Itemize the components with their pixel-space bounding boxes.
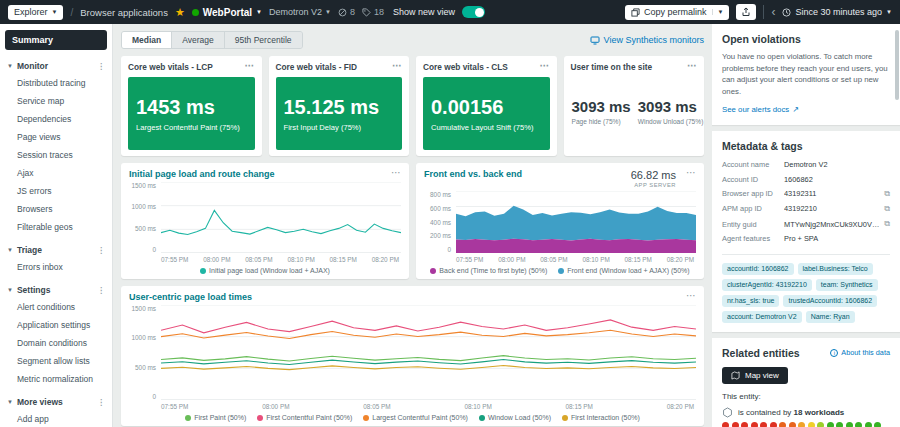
- workload-status-dot[interactable]: [865, 422, 872, 427]
- workload-status-dot[interactable]: [770, 422, 777, 427]
- sidebar-item-summary[interactable]: Summary: [5, 30, 107, 50]
- sidebar-item-distributed-tracing[interactable]: Distributed tracing: [0, 74, 112, 92]
- legend-item[interactable]: Initial page load (Window load + AJAX): [200, 267, 330, 274]
- explorer-menu-button[interactable]: Explorer ▼: [8, 5, 63, 20]
- card-menu-icon[interactable]: ⋯: [686, 169, 696, 177]
- copy-icon[interactable]: ⧉: [884, 189, 890, 199]
- tag-chip[interactable]: team: Synthetics: [816, 279, 878, 291]
- workload-status-dot[interactable]: [836, 422, 843, 427]
- alerts-docs-link[interactable]: See our alerts docs ↗: [722, 105, 799, 114]
- workloads-link[interactable]: 18 workloads: [794, 408, 845, 417]
- legend-item[interactable]: Window Load (50%): [479, 414, 551, 421]
- section-menu-icon[interactable]: ⋮: [97, 246, 105, 255]
- legend-item[interactable]: Largest Contentful Paint (50%): [363, 414, 468, 421]
- legend-item[interactable]: First Interaction (50%): [562, 414, 640, 421]
- alerts-count[interactable]: 8: [338, 7, 355, 17]
- workload-status-dot[interactable]: [760, 422, 767, 427]
- workload-status-dot[interactable]: [741, 422, 748, 427]
- tag-chip[interactable]: clusterAgentId: 43192210: [722, 279, 812, 291]
- workload-status-dot[interactable]: [874, 422, 881, 427]
- workload-status-dot[interactable]: [732, 422, 739, 427]
- workload-status-dot[interactable]: [798, 422, 805, 427]
- sidebar-item-filterable-geos[interactable]: Filterable geos: [0, 218, 112, 236]
- sidebar-item-ajax[interactable]: Ajax: [0, 164, 112, 182]
- metadata-label: Account ID: [722, 175, 784, 184]
- vital-label: Window Unload (75%): [638, 118, 696, 125]
- sidebar-item-application-settings[interactable]: Application settings: [0, 316, 112, 334]
- card-menu-icon[interactable]: ⋯: [687, 62, 697, 70]
- chart-title[interactable]: Front end vs. back end: [424, 169, 522, 179]
- tag-chip[interactable]: Name: Ryan: [806, 311, 855, 323]
- chart-header: Front end vs. back end66.82 msAPP SERVER…: [424, 169, 696, 188]
- legend-item[interactable]: Front end (Window load + AJAX) (50%): [558, 267, 689, 274]
- x-tick-label: 08:05 PM: [245, 256, 272, 263]
- tag-chip[interactable]: trustedAccountId: 1606862: [783, 295, 877, 307]
- sidebar-item-domain-conditions[interactable]: Domain conditions: [0, 334, 112, 352]
- share-button[interactable]: [736, 4, 756, 20]
- sidebar-item-session-traces[interactable]: Session traces: [0, 146, 112, 164]
- sidebar-section-settings[interactable]: ▼Settings⋮: [0, 281, 112, 298]
- workload-status-dot[interactable]: [722, 422, 729, 427]
- copy-icon[interactable]: ⧉: [884, 219, 890, 229]
- account-switcher[interactable]: Demotron V2 ▼: [269, 7, 331, 17]
- chart-title[interactable]: Initial page load and route change: [129, 169, 275, 179]
- sidebar-item-js-errors[interactable]: JS errors: [0, 182, 112, 200]
- copy-icon[interactable]: ⧉: [884, 204, 890, 214]
- sidebar-item-add-app[interactable]: Add app: [0, 410, 112, 427]
- tag-chip[interactable]: label.Business: Telco: [798, 263, 873, 275]
- card-menu-icon[interactable]: ⋯: [391, 169, 401, 177]
- workload-status-dot[interactable]: [789, 422, 796, 427]
- workload-status-dot[interactable]: [779, 422, 786, 427]
- tag-chip[interactable]: accountId: 1606862: [722, 263, 794, 275]
- map-view-button[interactable]: Map view: [722, 367, 788, 384]
- tag-chip[interactable]: account: Demotron V2: [722, 311, 802, 323]
- legend-item[interactable]: Back end (Time to first byte) (50%): [430, 267, 547, 274]
- entity-switcher[interactable]: WebPortal ▼: [192, 7, 262, 18]
- tag-chip[interactable]: nr.has_sls: true: [722, 295, 779, 307]
- vital-card-title: Core web vitals - LCP: [128, 62, 213, 72]
- sidebar-section-monitor[interactable]: ▼Monitor⋮: [0, 57, 112, 74]
- workload-status-dot[interactable]: [817, 422, 824, 427]
- workload-status-dot[interactable]: [855, 422, 862, 427]
- legend-item[interactable]: First Paint (50%): [185, 414, 246, 421]
- sidebar-item-dependencies[interactable]: Dependencies: [0, 110, 112, 128]
- legend-item[interactable]: First Contentful Paint (50%): [257, 414, 352, 421]
- view-synthetics-link[interactable]: View Synthetics monitors: [590, 35, 704, 45]
- card-menu-icon[interactable]: ⋯: [392, 62, 402, 70]
- sidebar-item-service-map[interactable]: Service map: [0, 92, 112, 110]
- workload-status-dot[interactable]: [846, 422, 853, 427]
- tab-median[interactable]: Median: [122, 32, 172, 48]
- alerts-docs-label: See our alerts docs: [722, 105, 789, 114]
- tab-average[interactable]: Average: [172, 32, 225, 48]
- section-menu-icon[interactable]: ⋮: [97, 286, 105, 295]
- section-menu-icon[interactable]: ⋮: [97, 62, 105, 71]
- chevron-left-icon[interactable]: ‹: [771, 6, 775, 18]
- chart-title[interactable]: User-centric page load times: [129, 292, 252, 302]
- sidebar-item-alert-conditions[interactable]: Alert conditions: [0, 298, 112, 316]
- favorite-star-icon[interactable]: ★: [175, 6, 185, 19]
- scrollbar[interactable]: [895, 30, 899, 100]
- section-menu-icon[interactable]: ⋮: [97, 398, 105, 407]
- x-tick-label: 07:55 PM: [161, 256, 188, 263]
- sidebar-section-more-views[interactable]: ▼More views⋮: [0, 393, 112, 410]
- sidebar-item-errors-inbox[interactable]: Errors inbox: [0, 258, 112, 276]
- copy-permalink-button[interactable]: Copy permalink ▼: [625, 5, 729, 20]
- time-picker[interactable]: Since 30 minutes ago ▼: [782, 7, 892, 17]
- tab-95th-percentile[interactable]: 95th Percentile: [225, 32, 302, 48]
- card-menu-icon[interactable]: ⋯: [686, 292, 696, 300]
- card-menu-icon[interactable]: ⋯: [540, 62, 550, 70]
- sidebar-item-browsers[interactable]: Browsers: [0, 200, 112, 218]
- sidebar-item-page-views[interactable]: Page views: [0, 128, 112, 146]
- sidebar-item-metric-normalization[interactable]: Metric normalization: [0, 370, 112, 388]
- breadcrumb[interactable]: Browser applications: [80, 7, 168, 18]
- card-menu-icon[interactable]: ⋯: [245, 62, 255, 70]
- workload-status-dot[interactable]: [751, 422, 758, 427]
- share-icon: [741, 7, 751, 17]
- sidebar-item-segment-allow-lists[interactable]: Segment allow lists: [0, 352, 112, 370]
- new-view-toggle[interactable]: [462, 6, 485, 18]
- about-this-data-link[interactable]: About this data: [830, 348, 890, 357]
- tags-count[interactable]: 18: [362, 7, 384, 17]
- workload-status-dot[interactable]: [827, 422, 834, 427]
- workload-status-dot[interactable]: [808, 422, 815, 427]
- sidebar-section-triage[interactable]: ▼Triage⋮: [0, 241, 112, 258]
